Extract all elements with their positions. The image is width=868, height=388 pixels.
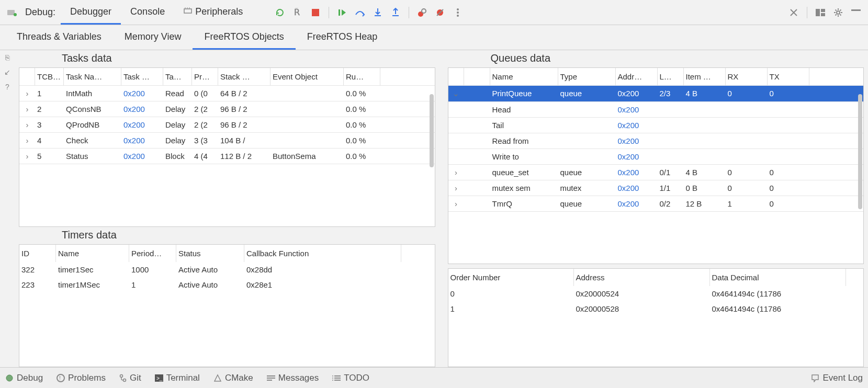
- svg-text:R̄: R̄: [294, 8, 300, 17]
- status-problems[interactable]: ! Problems: [57, 373, 106, 383]
- queue-addr[interactable]: 0x200: [616, 102, 658, 117]
- task-stack: 64 B / 2: [218, 86, 270, 101]
- timer-row[interactable]: 322timer1Sec1000Active Auto0x28dd: [19, 262, 435, 277]
- queue-row[interactable]: Read from0x200: [448, 133, 864, 149]
- chevron-icon[interactable]: ⌄: [448, 86, 464, 101]
- svg-rect-22: [816, 9, 820, 16]
- queue-addr[interactable]: 0x200: [616, 86, 658, 101]
- queues-scrollbar[interactable]: [858, 94, 862, 209]
- debug-sub-tabs: Threads & Variables Memory View FreeRTOS…: [0, 25, 868, 50]
- status-todo[interactable]: TODO: [332, 373, 369, 383]
- chevron-right-icon[interactable]: ›: [19, 101, 35, 117]
- tab-memory-view[interactable]: Memory View: [113, 25, 193, 50]
- svg-point-1: [14, 13, 17, 16]
- settings-gear-icon[interactable]: [830, 5, 846, 20]
- task-addr[interactable]: 0x200: [121, 101, 163, 117]
- queue-addr[interactable]: 0x200: [616, 118, 658, 133]
- chevron-right-icon[interactable]: ›: [19, 133, 35, 148]
- chevron-right-icon[interactable]: ›: [19, 117, 35, 132]
- queue-addr[interactable]: 0x200: [616, 149, 658, 164]
- status-terminal[interactable]: >_ Terminal: [155, 373, 200, 383]
- task-row[interactable]: ›2QConsNB0x200Delay2 (296 B / 20.0 %: [19, 101, 435, 117]
- queue-data-row[interactable]: 10x200005280x4641494c (11786: [448, 301, 864, 316]
- queue-row[interactable]: ›queue_setqueue0x2000/14 B00: [448, 165, 864, 180]
- gutter-help-icon[interactable]: ?: [5, 83, 9, 91]
- close-icon[interactable]: [786, 5, 802, 20]
- step-over-icon[interactable]: [352, 5, 368, 20]
- queue-addr[interactable]: 0x200: [616, 165, 658, 180]
- queue-item-size: 4 B: [684, 165, 726, 180]
- qd-order: 1: [448, 301, 574, 316]
- task-priority: 3 (3: [192, 133, 218, 148]
- queue-tx: [768, 149, 809, 164]
- status-git[interactable]: Git: [119, 373, 141, 383]
- gutter-icon[interactable]: ↙: [4, 68, 10, 76]
- chevron-icon[interactable]: ›: [448, 196, 464, 211]
- step-into-icon[interactable]: [370, 5, 386, 20]
- queue-row[interactable]: ⌄PrintQueuequeue0x2002/34 B00: [448, 86, 864, 102]
- task-addr[interactable]: 0x200: [121, 86, 163, 101]
- qd-addr: 0x20000524: [574, 286, 710, 301]
- status-messages[interactable]: Messages: [267, 373, 319, 383]
- queue-len: 0/2: [658, 196, 684, 211]
- queue-addr[interactable]: 0x200: [616, 180, 658, 196]
- queue-row[interactable]: ›mutex semmutex0x2001/10 B00: [448, 180, 864, 196]
- queue-addr[interactable]: 0x200: [616, 133, 658, 149]
- tab-freertos-objects[interactable]: FreeRTOS Objects: [193, 25, 295, 50]
- timer-row[interactable]: 223timer1MSec1Active Auto0x28e1: [19, 277, 435, 292]
- queue-row[interactable]: Head0x200: [448, 102, 864, 118]
- chevron-right-icon[interactable]: ›: [19, 86, 35, 101]
- step-out-icon[interactable]: [388, 5, 403, 20]
- queue-item-size: [684, 118, 726, 133]
- tab-debugger[interactable]: Debugger: [61, 0, 121, 25]
- hide-icon[interactable]: [848, 5, 864, 20]
- task-row[interactable]: ›5Status0x200Block4 (4112 B / 2ButtonSem…: [19, 149, 435, 164]
- toolbar-divider: [329, 7, 329, 18]
- more-icon[interactable]: [450, 5, 466, 20]
- stop-icon[interactable]: [308, 5, 323, 20]
- task-row[interactable]: ›1IntMath0x200Read0 (064 B / 20.0 %: [19, 86, 435, 101]
- queue-type: queue: [558, 165, 616, 180]
- layout-icon[interactable]: [813, 5, 828, 20]
- chevron-right-icon[interactable]: ›: [19, 149, 35, 164]
- resume-icon[interactable]: [334, 5, 350, 20]
- task-priority: 2 (2: [192, 101, 218, 117]
- status-event-log[interactable]: Event Log: [811, 373, 863, 383]
- task-event: [270, 86, 344, 101]
- tasks-scrollbar[interactable]: [430, 94, 434, 167]
- task-name: Check: [64, 133, 121, 148]
- chevron-icon[interactable]: ›: [448, 180, 464, 196]
- view-breakpoints-icon[interactable]: [414, 5, 430, 20]
- task-addr[interactable]: 0x200: [121, 133, 163, 148]
- reset-icon[interactable]: R̄: [290, 5, 306, 20]
- task-row[interactable]: ›4Check0x200Delay3 (3104 B /0.0 %: [19, 133, 435, 149]
- queue-rx: 0: [726, 86, 768, 101]
- queue-name: TmrQ: [490, 196, 558, 211]
- tab-threads-variables[interactable]: Threads & Variables: [5, 25, 113, 50]
- queues-section-title: Queues data: [444, 50, 869, 67]
- tab-console[interactable]: Console: [121, 0, 174, 25]
- chevron-icon: [448, 118, 464, 133]
- status-debug[interactable]: Debug: [5, 373, 43, 383]
- gutter-icon[interactable]: ⎘: [5, 53, 9, 62]
- svg-point-41: [332, 378, 333, 379]
- task-addr[interactable]: 0x200: [121, 149, 163, 164]
- queue-type: queue: [558, 86, 616, 101]
- queue-row[interactable]: Write to0x200: [448, 149, 864, 165]
- mute-breakpoints-icon[interactable]: [432, 5, 448, 20]
- tab-peripherals[interactable]: Peripherals: [174, 0, 252, 25]
- queue-item-size: 12 B: [684, 196, 726, 211]
- queue-data-row[interactable]: 00x200005240x4641494c (11786: [448, 286, 864, 301]
- status-cmake[interactable]: CMake: [213, 373, 253, 383]
- tab-freertos-heap[interactable]: FreeRTOS Heap: [296, 25, 389, 50]
- queue-row[interactable]: Tail0x200: [448, 118, 864, 133]
- rerun-icon[interactable]: [272, 5, 288, 20]
- queue-item-size: 0 B: [684, 180, 726, 196]
- chevron-icon: [448, 149, 464, 164]
- queue-row[interactable]: ›TmrQqueue0x2000/212 B10: [448, 196, 864, 212]
- task-row[interactable]: ›3QProdNB0x200Delay2 (296 B / 20.0 %: [19, 117, 435, 133]
- task-tcb: 2: [35, 101, 64, 117]
- task-addr[interactable]: 0x200: [121, 117, 163, 132]
- chevron-icon[interactable]: ›: [448, 165, 464, 180]
- queue-addr[interactable]: 0x200: [616, 196, 658, 211]
